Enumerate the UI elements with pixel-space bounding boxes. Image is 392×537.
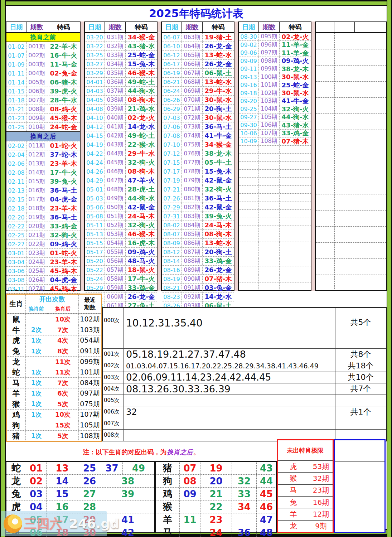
zodiac-number: 19 (200, 462, 232, 474)
draw-period: 045期 (105, 158, 126, 167)
draw-special-code: 30-鼠-水 (280, 73, 311, 81)
draw-period: 098期 (259, 57, 280, 64)
draw-row: 01-25010期24-蛇-金 (6, 122, 80, 131)
draw-special-code: 48-马-火 (126, 257, 157, 265)
draw-row: 01-11004期02-兔-金 (6, 69, 80, 78)
cell (259, 154, 280, 161)
zodiac-number: 09 (180, 488, 200, 500)
count-row: 003次02.06.09.11.14.23.24.42.44.45共10个 (103, 372, 386, 383)
draw-row: 03-01023期01-蛇-火 (6, 248, 80, 257)
count-grid: 000次10.12.31.35.40共5个001次05.18.19.21.27.… (102, 307, 387, 441)
empty-row (239, 226, 311, 233)
draw-row: 05-08051期24-马-木 (85, 212, 157, 221)
draw-row: 06-21068期13-蛇-水 (162, 77, 234, 86)
draw-special-code: 13-蛇-水 (203, 51, 234, 59)
stats-count-after: 5次 (47, 431, 79, 441)
cell (259, 266, 280, 274)
limit-row: 龙9期 (278, 520, 333, 532)
cell (259, 250, 280, 258)
draw-row: 06-29071期20-狗-土 (162, 104, 234, 113)
zodiac-number: 44 (257, 475, 276, 487)
draw-date: 02-02 (6, 141, 26, 150)
stats-count-after: 11次 (47, 357, 79, 367)
draw-special-code: 39-兔-火 (47, 177, 80, 186)
cell (280, 146, 311, 153)
cell (259, 242, 280, 250)
draw-row: 05-11052期32-狗-火 (85, 221, 157, 229)
main-header-row: 日期期数特码 (239, 22, 311, 33)
draw-date: 02-27 (6, 240, 26, 248)
draw-special-code: 30-鼠-水 (280, 89, 311, 97)
zodiac-number: 01 (26, 462, 47, 474)
draw-date: 04-24 (85, 158, 105, 167)
section-after-header: 换肖之后 (6, 131, 80, 141)
stats-recent-period: 091期 (79, 346, 101, 357)
zodiac-number (232, 513, 257, 526)
draw-date: 05-22 (85, 266, 105, 274)
draw-row: 05-20056期48-马-火 (85, 256, 157, 265)
draw-period: 069期 (182, 87, 203, 95)
draw-special-code: 43-猪-水 (126, 42, 157, 50)
zodiac-stats-row: 牛2次7次103期 (7, 325, 101, 335)
draw-row: 07-31083期39-兔-火 (162, 212, 234, 221)
draw-date: 04-01 (85, 78, 105, 86)
draw-row: 03-08026期04-虎-金 (6, 275, 80, 284)
cell (259, 210, 280, 217)
draw-period: 053期 (105, 230, 126, 238)
draw-period: 086期 (182, 239, 203, 247)
draw-special-code: 13-蛇-水 (203, 78, 234, 86)
cell (280, 154, 311, 161)
zodiac-stats-row: 猪1次5次108期 (7, 430, 101, 441)
draw-special-code: 14-龙-水 (203, 292, 234, 301)
draw-special-code: 34-猴-金 (126, 33, 157, 42)
main-header-row: 日期期数特码 (162, 22, 234, 33)
draw-date: 04-15 (85, 131, 105, 140)
empty-row (239, 202, 311, 209)
cell (239, 154, 259, 161)
draw-row: 02-22020期33-鸡-金 (6, 222, 80, 231)
header-period: 期数 (182, 22, 203, 32)
grid-line (316, 242, 386, 243)
draw-period: 052期 (105, 221, 126, 229)
draw-row: 06-17066期26-龙-金 (162, 59, 234, 68)
draw-row: 06-12065期13-蛇-水 (162, 50, 234, 59)
stats-header-before: 换肖前 (26, 304, 47, 314)
draw-date: 02-20 (6, 213, 26, 222)
draw-period: 022期 (26, 240, 47, 248)
zodiac-number (232, 462, 257, 474)
limit-period: 32期 (309, 473, 333, 484)
cell (259, 162, 280, 169)
note: 注：以下生肖的对应出码，为 换肖之后 。 (6, 444, 277, 460)
empty-columns-header (316, 22, 386, 33)
draw-date: 08-02 (162, 221, 182, 229)
grid-line (316, 178, 386, 178)
draw-period: 011期 (26, 141, 47, 150)
draw-row: 02-02011期01-蛇-火 (6, 141, 80, 150)
draw-special-code: 30-鼠-水 (203, 113, 234, 122)
main-group-4: 日期期数特码08-30095期02-龙-火09-02096期11-羊-金09-0… (238, 21, 311, 291)
draw-special-code: 25-蛇-金 (126, 51, 157, 59)
draw-row: 04-19043期22-猴-水 (85, 140, 157, 149)
draw-row: 02-20019期36-马-土 (6, 213, 80, 222)
empty-row (239, 274, 311, 282)
draw-row: 03-25033期25-蛇-金 (85, 50, 157, 59)
draw-special-code: 37-蛇-木 (47, 150, 80, 159)
draw-row: 01-02001期22-羊-木 (6, 42, 80, 51)
draw-row: 09-16101期25-蛇-金 (239, 81, 311, 89)
draw-row: 03-11027期45-鸡-木 (6, 284, 80, 293)
count-row: 005次 (103, 395, 386, 406)
draw-period: 102期 (259, 89, 280, 97)
cell (259, 146, 280, 153)
count-label: 001次 (103, 349, 124, 360)
limit-zodiac: 兔 (278, 497, 309, 508)
draw-row: 07-06073期36-马-土 (162, 122, 234, 131)
note-prefix: 注：以下生肖的对应出码，为 (83, 448, 167, 456)
draw-row: 02-15017期04-虎-金 (6, 195, 80, 204)
draw-date: 04-12 (85, 122, 105, 131)
count-label: 004次 (103, 383, 124, 395)
count-total (335, 418, 386, 429)
draw-date: 06-21 (162, 78, 182, 86)
cell (239, 210, 259, 217)
draw-row: 08-14088期33-鸡-金 (162, 256, 234, 265)
cell (259, 170, 280, 177)
